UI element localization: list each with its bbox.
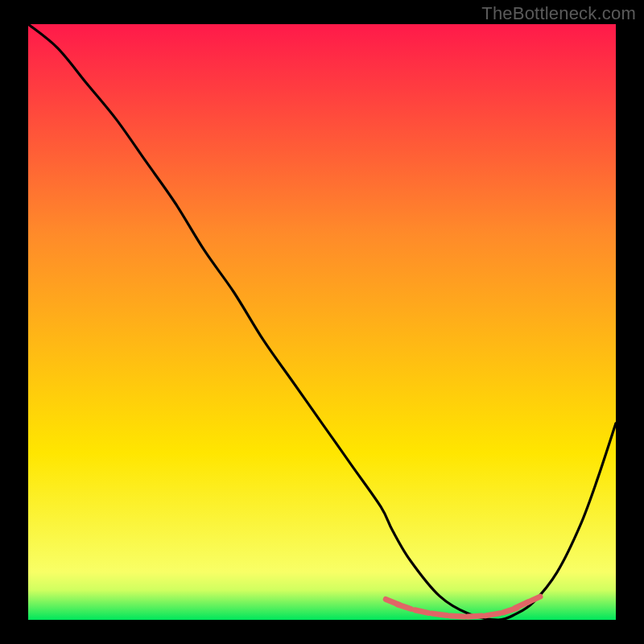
optimal-marker — [450, 616, 464, 617]
plot-area — [28, 24, 616, 620]
optimal-marker — [432, 613, 447, 615]
optimal-marker — [415, 610, 429, 613]
optimal-marker — [485, 613, 500, 616]
chart-container: TheBottleneck.com — [0, 0, 644, 644]
optimal-marker — [468, 616, 482, 617]
gradient-background — [28, 24, 616, 620]
chart-svg — [28, 24, 616, 620]
watermark-text: TheBottleneck.com — [481, 3, 636, 24]
